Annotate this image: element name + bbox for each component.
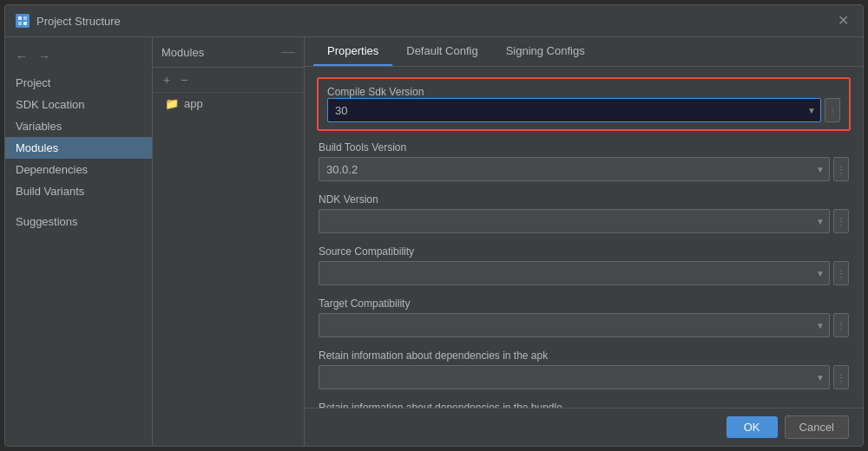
svg-rect-3: [23, 22, 27, 25]
module-item-app[interactable]: 📁 app: [153, 93, 304, 114]
sidebar-item-variables[interactable]: Variables: [5, 115, 152, 137]
source-compat-label: Source Compatibility: [319, 245, 849, 258]
remove-module-button[interactable]: −: [177, 71, 191, 88]
dialog-footer: OK Cancel: [305, 408, 863, 446]
dialog-title: Project Structure: [36, 15, 121, 28]
build-tools-select[interactable]: 30.0.2 30.0.1 30.0.0: [319, 157, 830, 181]
title-bar-left: Project Structure: [16, 14, 121, 28]
retain-apk-select-wrapper: ▼: [319, 365, 830, 389]
compile-sdk-group: Compile Sdk Version 30 29 28 ▼ ⋮: [317, 77, 851, 131]
sidebar-item-build-variants[interactable]: Build Variants: [5, 180, 152, 202]
ndk-version-side-button[interactable]: ⋮: [833, 209, 849, 233]
compile-sdk-select[interactable]: 30 29 28: [327, 98, 821, 122]
compile-sdk-label: Compile Sdk Version: [327, 86, 840, 98]
tab-signing-configs[interactable]: Signing Configs: [492, 37, 599, 66]
center-panel: Modules — + − 📁 app: [153, 37, 305, 446]
project-icon: [16, 14, 30, 28]
title-bar: Project Structure ✕: [5, 5, 863, 37]
center-toolbar: + −: [153, 68, 304, 93]
compile-sdk-select-wrapper: 30 29 28 ▼: [327, 98, 821, 122]
project-structure-dialog: Project Structure ✕ ← → Project SDK Loca…: [4, 4, 864, 447]
retain-apk-label: Retain information about dependencies in…: [319, 350, 849, 362]
ndk-version-row: ▼ ⋮: [319, 209, 849, 233]
retain-apk-row: ▼ ⋮: [319, 365, 849, 389]
build-tools-select-wrapper: 30.0.2 30.0.1 30.0.0 ▼: [319, 157, 830, 181]
ndk-version-group: NDK Version ▼ ⋮: [319, 193, 849, 233]
tabs-bar: Properties Default Config Signing Config…: [305, 37, 863, 67]
build-tools-row: 30.0.2 30.0.1 30.0.0 ▼ ⋮: [319, 157, 849, 181]
main-content: Properties Default Config Signing Config…: [305, 37, 863, 446]
ndk-version-select[interactable]: [319, 209, 830, 233]
nav-row: ← →: [5, 44, 152, 72]
retain-apk-select[interactable]: [319, 365, 830, 389]
sidebar-item-modules[interactable]: Modules: [5, 137, 152, 159]
ndk-version-label: NDK Version: [319, 193, 849, 206]
retain-apk-group: Retain information about dependencies in…: [319, 350, 849, 389]
target-compat-select-wrapper: ▼: [319, 313, 830, 337]
ok-button[interactable]: OK: [727, 416, 778, 438]
center-panel-separator: —: [281, 44, 295, 60]
sidebar-item-dependencies[interactable]: Dependencies: [5, 159, 152, 180]
retain-apk-side-button[interactable]: ⋮: [833, 365, 849, 389]
back-button[interactable]: ←: [12, 48, 31, 65]
target-compat-select[interactable]: [319, 313, 830, 337]
close-button[interactable]: ✕: [834, 12, 852, 29]
target-compat-row: ▼ ⋮: [319, 313, 849, 337]
tab-default-config[interactable]: Default Config: [392, 37, 491, 66]
svg-rect-2: [18, 22, 22, 25]
center-panel-header: Modules —: [153, 37, 304, 68]
source-compat-row: ▼ ⋮: [319, 261, 849, 285]
target-compat-group: Target Compatibility ▼ ⋮: [319, 297, 849, 337]
source-compat-select-wrapper: ▼: [319, 261, 830, 285]
source-compat-group: Source Compatibility ▼ ⋮: [319, 245, 849, 285]
compile-sdk-side-button[interactable]: ⋮: [825, 98, 840, 122]
sidebar-item-sdk-location[interactable]: SDK Location: [5, 94, 152, 115]
target-compat-side-button[interactable]: ⋮: [833, 313, 849, 337]
build-tools-side-button[interactable]: ⋮: [833, 157, 849, 181]
sidebar-item-suggestions[interactable]: Suggestions: [5, 211, 152, 232]
sidebar-gap: [5, 202, 152, 211]
ndk-version-select-wrapper: ▼: [319, 209, 830, 233]
source-compat-side-button[interactable]: ⋮: [833, 261, 849, 285]
svg-rect-0: [18, 16, 22, 20]
content-area: Compile Sdk Version 30 29 28 ▼ ⋮: [305, 67, 863, 408]
compile-sdk-row: 30 29 28 ▼ ⋮: [327, 98, 840, 122]
forward-button[interactable]: →: [35, 48, 54, 65]
tab-properties[interactable]: Properties: [313, 37, 392, 66]
retain-bundle-group: Retain information about dependencies in…: [319, 402, 849, 408]
source-compat-select[interactable]: [319, 261, 830, 285]
svg-rect-1: [23, 16, 27, 20]
target-compat-label: Target Compatibility: [319, 297, 849, 310]
module-folder-icon: 📁: [165, 97, 179, 110]
cancel-button[interactable]: Cancel: [785, 415, 849, 439]
retain-bundle-label: Retain information about dependencies in…: [319, 402, 849, 408]
dialog-body: ← → Project SDK Location Variables Modul…: [5, 37, 863, 446]
sidebar: ← → Project SDK Location Variables Modul…: [5, 37, 153, 446]
build-tools-label: Build Tools Version: [319, 141, 849, 154]
build-tools-group: Build Tools Version 30.0.2 30.0.1 30.0.0…: [319, 141, 849, 181]
add-module-button[interactable]: +: [160, 71, 174, 88]
sidebar-item-project[interactable]: Project: [5, 72, 152, 94]
